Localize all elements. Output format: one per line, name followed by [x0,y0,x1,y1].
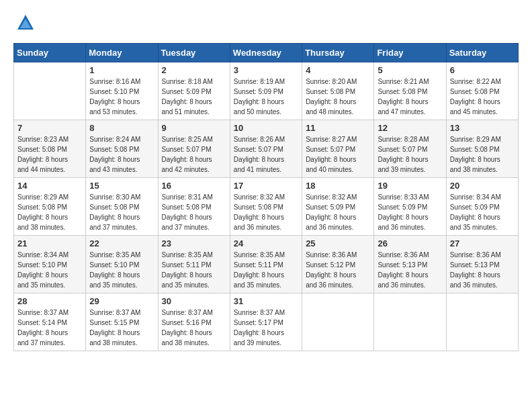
day-number: 21 [17,238,82,248]
calendar-cell: 20Sunrise: 8:34 AMSunset: 5:09 PMDayligh… [446,177,518,235]
day-number: 8 [89,123,154,133]
day-number: 7 [17,123,82,133]
day-info: Sunrise: 8:37 AMSunset: 5:16 PMDaylight:… [162,308,226,348]
weekday-header-friday: Friday [374,43,446,62]
day-info: Sunrise: 8:37 AMSunset: 5:17 PMDaylight:… [234,308,298,348]
day-info: Sunrise: 8:35 AMSunset: 5:10 PMDaylight:… [89,250,154,290]
calendar-cell: 5Sunrise: 8:21 AMSunset: 5:08 PMDaylight… [374,62,446,120]
calendar-cell: 4Sunrise: 8:20 AMSunset: 5:08 PMDaylight… [302,62,374,120]
day-info: Sunrise: 8:34 AMSunset: 5:10 PMDaylight:… [17,250,82,290]
calendar-cell [374,293,446,351]
day-info: Sunrise: 8:16 AMSunset: 5:10 PMDaylight:… [89,77,154,117]
day-number: 22 [89,238,154,248]
day-info: Sunrise: 8:31 AMSunset: 5:08 PMDaylight:… [162,192,226,232]
calendar-cell [446,293,518,351]
day-number: 28 [17,296,82,306]
day-info: Sunrise: 8:30 AMSunset: 5:08 PMDaylight:… [89,192,154,232]
day-info: Sunrise: 8:23 AMSunset: 5:08 PMDaylight:… [17,134,82,175]
day-info: Sunrise: 8:37 AMSunset: 5:14 PMDaylight:… [17,308,82,348]
day-number: 19 [378,181,442,191]
calendar-cell: 11Sunrise: 8:27 AMSunset: 5:07 PMDayligh… [302,120,374,177]
logo [13,13,35,36]
day-number: 2 [162,65,226,75]
calendar-cell: 13Sunrise: 8:29 AMSunset: 5:08 PMDayligh… [446,120,518,177]
calendar-cell: 7Sunrise: 8:23 AMSunset: 5:08 PMDaylight… [14,120,86,177]
day-info: Sunrise: 8:25 AMSunset: 5:07 PMDaylight:… [162,134,226,175]
calendar-cell: 22Sunrise: 8:35 AMSunset: 5:10 PMDayligh… [86,235,158,293]
day-info: Sunrise: 8:36 AMSunset: 5:13 PMDaylight:… [450,250,515,290]
day-number: 20 [450,181,515,191]
weekday-header-sunday: Sunday [14,43,86,62]
calendar-cell: 3Sunrise: 8:19 AMSunset: 5:09 PMDaylight… [230,62,302,120]
calendar-cell: 2Sunrise: 8:18 AMSunset: 5:09 PMDaylight… [158,62,230,120]
calendar-row-3: 21Sunrise: 8:34 AMSunset: 5:10 PMDayligh… [14,235,519,293]
page-header [13,13,519,36]
calendar-cell: 19Sunrise: 8:33 AMSunset: 5:09 PMDayligh… [374,177,446,235]
day-number: 12 [378,123,442,133]
calendar-cell: 30Sunrise: 8:37 AMSunset: 5:16 PMDayligh… [158,293,230,351]
calendar-row-2: 14Sunrise: 8:29 AMSunset: 5:08 PMDayligh… [14,177,519,235]
calendar-cell: 1Sunrise: 8:16 AMSunset: 5:10 PMDaylight… [86,62,158,120]
weekday-header-wednesday: Wednesday [230,43,302,62]
day-number: 24 [234,238,298,248]
calendar-cell: 27Sunrise: 8:36 AMSunset: 5:13 PMDayligh… [446,235,518,293]
calendar-cell: 12Sunrise: 8:28 AMSunset: 5:07 PMDayligh… [374,120,446,177]
day-number: 4 [306,65,370,75]
day-info: Sunrise: 8:33 AMSunset: 5:09 PMDaylight:… [378,192,442,232]
calendar-cell: 10Sunrise: 8:26 AMSunset: 5:07 PMDayligh… [230,120,302,177]
day-info: Sunrise: 8:29 AMSunset: 5:08 PMDaylight:… [17,192,82,232]
weekday-header-saturday: Saturday [446,43,518,62]
day-info: Sunrise: 8:22 AMSunset: 5:08 PMDaylight:… [450,77,515,117]
day-number: 1 [89,65,154,75]
day-number: 16 [162,181,226,191]
day-number: 13 [450,123,515,133]
day-number: 27 [450,238,515,248]
day-info: Sunrise: 8:26 AMSunset: 5:07 PMDaylight:… [234,134,298,175]
day-info: Sunrise: 8:36 AMSunset: 5:12 PMDaylight:… [306,250,370,290]
day-number: 26 [378,238,442,248]
day-number: 30 [162,296,226,306]
calendar-cell: 14Sunrise: 8:29 AMSunset: 5:08 PMDayligh… [14,177,86,235]
day-info: Sunrise: 8:37 AMSunset: 5:15 PMDaylight:… [89,308,154,348]
day-number: 18 [306,181,370,191]
day-info: Sunrise: 8:32 AMSunset: 5:08 PMDaylight:… [234,192,298,232]
day-info: Sunrise: 8:29 AMSunset: 5:08 PMDaylight:… [450,134,515,175]
day-info: Sunrise: 8:32 AMSunset: 5:09 PMDaylight:… [306,192,370,232]
calendar-cell [14,62,86,120]
day-number: 14 [17,181,82,191]
day-number: 15 [89,181,154,191]
weekday-header-tuesday: Tuesday [158,43,230,62]
calendar-row-1: 7Sunrise: 8:23 AMSunset: 5:08 PMDaylight… [14,120,519,177]
day-info: Sunrise: 8:36 AMSunset: 5:13 PMDaylight:… [378,250,442,290]
calendar-cell: 8Sunrise: 8:24 AMSunset: 5:08 PMDaylight… [86,120,158,177]
day-number: 23 [162,238,226,248]
calendar-cell: 31Sunrise: 8:37 AMSunset: 5:17 PMDayligh… [230,293,302,351]
day-info: Sunrise: 8:19 AMSunset: 5:09 PMDaylight:… [234,77,298,117]
calendar-cell: 24Sunrise: 8:35 AMSunset: 5:11 PMDayligh… [230,235,302,293]
calendar-cell: 21Sunrise: 8:34 AMSunset: 5:10 PMDayligh… [14,235,86,293]
day-info: Sunrise: 8:35 AMSunset: 5:11 PMDaylight:… [162,250,226,290]
calendar-row-4: 28Sunrise: 8:37 AMSunset: 5:14 PMDayligh… [14,293,519,351]
calendar-cell: 15Sunrise: 8:30 AMSunset: 5:08 PMDayligh… [86,177,158,235]
day-number: 9 [162,123,226,133]
day-number: 31 [234,296,298,306]
calendar-cell: 18Sunrise: 8:32 AMSunset: 5:09 PMDayligh… [302,177,374,235]
day-info: Sunrise: 8:21 AMSunset: 5:08 PMDaylight:… [378,77,442,117]
calendar-cell: 17Sunrise: 8:32 AMSunset: 5:08 PMDayligh… [230,177,302,235]
day-info: Sunrise: 8:24 AMSunset: 5:08 PMDaylight:… [89,134,154,175]
calendar-cell: 16Sunrise: 8:31 AMSunset: 5:08 PMDayligh… [158,177,230,235]
weekday-header-thursday: Thursday [302,43,374,62]
calendar-row-0: 1Sunrise: 8:16 AMSunset: 5:10 PMDaylight… [14,62,519,120]
day-info: Sunrise: 8:28 AMSunset: 5:07 PMDaylight:… [378,134,442,175]
calendar-cell [302,293,374,351]
calendar-header-row: SundayMondayTuesdayWednesdayThursdayFrid… [14,43,519,62]
day-info: Sunrise: 8:18 AMSunset: 5:09 PMDaylight:… [162,77,226,117]
calendar-cell: 28Sunrise: 8:37 AMSunset: 5:14 PMDayligh… [14,293,86,351]
weekday-header-monday: Monday [86,43,158,62]
day-info: Sunrise: 8:35 AMSunset: 5:11 PMDaylight:… [234,250,298,290]
day-info: Sunrise: 8:20 AMSunset: 5:08 PMDaylight:… [306,77,370,117]
calendar-cell: 29Sunrise: 8:37 AMSunset: 5:15 PMDayligh… [86,293,158,351]
calendar-cell: 26Sunrise: 8:36 AMSunset: 5:13 PMDayligh… [374,235,446,293]
day-number: 25 [306,238,370,248]
calendar-cell: 25Sunrise: 8:36 AMSunset: 5:12 PMDayligh… [302,235,374,293]
